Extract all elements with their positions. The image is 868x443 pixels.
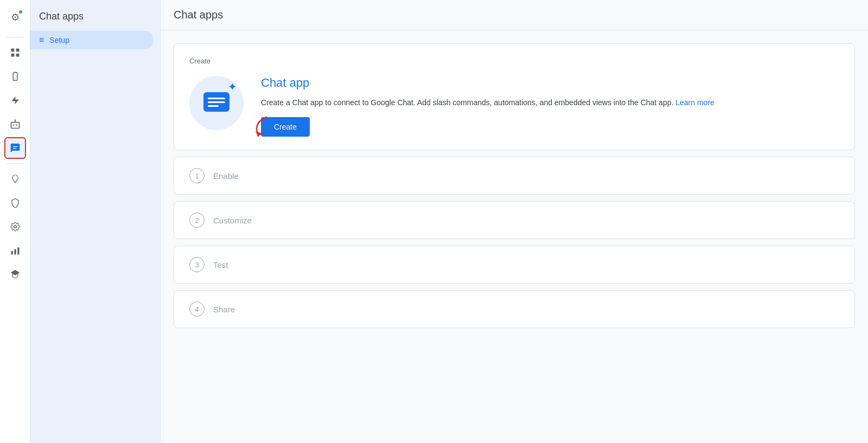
create-card: Create ✦ Chat app	[174, 43, 855, 150]
phone-icon[interactable]	[4, 66, 26, 87]
create-label: Create	[189, 57, 839, 65]
setup-icon: ≡	[39, 35, 44, 45]
page-title: Chat apps	[161, 0, 868, 30]
svg-point-8	[13, 124, 15, 126]
svg-rect-7	[11, 123, 19, 129]
step-1-number: 1	[189, 168, 205, 183]
svg-rect-0	[11, 49, 14, 52]
sparkle-icon: ✦	[228, 80, 237, 93]
svg-rect-2	[11, 54, 14, 57]
step-1-label: Enable	[213, 171, 239, 181]
chat-bubble-svg	[201, 88, 232, 118]
grid-icon[interactable]	[4, 42, 26, 63]
step-card-customize[interactable]: 2 Customize	[174, 201, 855, 239]
svg-marker-19	[10, 270, 20, 275]
green-dot-indicator	[18, 10, 23, 14]
svg-rect-22	[208, 101, 225, 103]
chart-icon[interactable]	[4, 240, 26, 261]
create-info: Chat app Create a Chat app to connect to…	[261, 76, 839, 137]
chat-app-description: Create a Chat app to connect to Google C…	[261, 97, 839, 108]
icon-rail: ⚙	[0, 0, 30, 443]
svg-point-11	[14, 119, 16, 121]
step-card-share[interactable]: 4 Share	[174, 290, 855, 328]
svg-rect-1	[16, 49, 19, 52]
step-2-number: 2	[189, 213, 205, 228]
svg-rect-16	[11, 251, 12, 255]
lightbulb-icon[interactable]	[4, 168, 26, 190]
bot-icon[interactable]	[4, 113, 26, 135]
sidebar-item-setup[interactable]: ≡ Setup	[30, 31, 154, 49]
rail-divider	[7, 37, 24, 37]
main-content-area: Chat apps Create ✦ Ch	[161, 0, 868, 443]
svg-point-9	[16, 124, 17, 126]
sidebar: Chat apps ≡ Setup	[30, 0, 161, 443]
rail-divider-2	[7, 163, 24, 164]
svg-rect-3	[16, 54, 19, 57]
graduate-icon[interactable]	[4, 264, 26, 285]
sidebar-title: Chat apps	[30, 7, 160, 31]
sidebar-item-setup-label: Setup	[49, 36, 69, 44]
step-4-number: 4	[189, 301, 205, 317]
chat-app-icon[interactable]	[4, 137, 26, 159]
step-card-enable[interactable]: 1 Enable	[174, 157, 855, 195]
apps-icon[interactable]: ⚙	[4, 7, 26, 28]
svg-rect-18	[17, 247, 19, 254]
chat-app-title: Chat app	[261, 76, 839, 90]
shield-icon[interactable]	[4, 192, 26, 214]
svg-rect-17	[14, 249, 16, 255]
svg-rect-21	[208, 98, 225, 99]
step-3-number: 3	[189, 257, 205, 272]
step-2-label: Customize	[213, 216, 252, 225]
create-button[interactable]: Create	[261, 117, 310, 137]
svg-marker-6	[11, 97, 19, 105]
svg-rect-23	[208, 105, 219, 107]
flash-icon[interactable]	[4, 89, 26, 111]
chat-app-illustration: ✦	[189, 76, 244, 130]
svg-point-5	[15, 79, 16, 80]
create-body: ✦ Chat app Create a Chat app to connect …	[189, 76, 839, 137]
main-body: Create ✦ Chat app	[161, 30, 868, 341]
step-3-label: Test	[213, 260, 228, 269]
settings-icon[interactable]	[4, 216, 26, 237]
svg-point-15	[14, 226, 16, 228]
create-button-wrapper: Create	[261, 117, 310, 137]
step-card-test[interactable]: 3 Test	[174, 246, 855, 284]
step-4-label: Share	[213, 305, 235, 314]
learn-more-link[interactable]: Learn more	[675, 98, 714, 107]
